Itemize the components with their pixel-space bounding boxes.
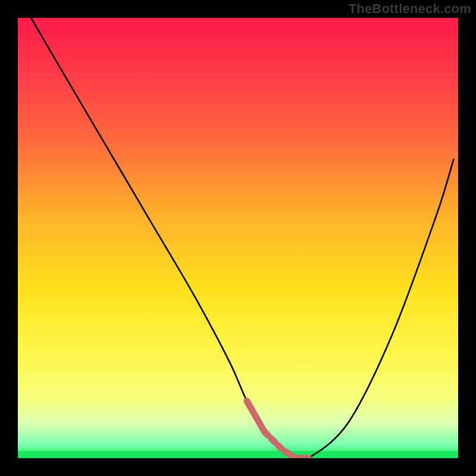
bottom-green-strip [18, 451, 458, 458]
chart-stage: { "watermark": { "text": "TheBottleneck.… [0, 0, 476, 476]
watermark-text: TheBottleneck.com [349, 1, 471, 17]
plot-background [18, 18, 458, 458]
bottleneck-chart [0, 0, 476, 476]
